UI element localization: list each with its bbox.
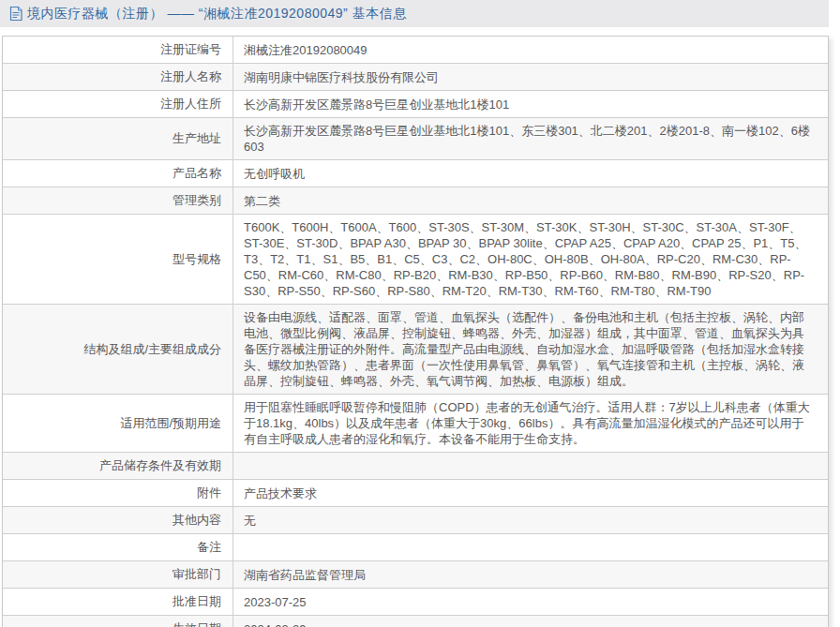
row-management-class: 管理类别 第二类 [3, 187, 828, 214]
field-label: 审批部门 [3, 561, 233, 588]
row-model-spec: 型号规格 T600K、T600H、T600A、T600、ST-30S、ST-30… [3, 214, 828, 304]
field-value: 长沙高新开发区麓景路8号巨星创业基地北1楼101、东三楼301、北二楼201、2… [233, 118, 828, 159]
field-value: 2023-07-25 [233, 589, 828, 615]
field-value: 设备由电源线、适配器、面罩、管道、血氧探头（选配件）、备份电池和主机（包括主控板… [233, 305, 828, 394]
field-label: 注册人名称 [3, 64, 233, 90]
field-label: 附件 [3, 480, 233, 506]
field-value: 湘械注准20192080049 [233, 37, 828, 63]
row-storage-conditions: 产品储存条件及有效期 [3, 452, 828, 479]
row-registration-number: 注册证编号 湘械注准20192080049 [3, 37, 828, 63]
row-approval-department: 审批部门 湖南省药品监督管理局 [3, 560, 828, 588]
field-value: 无 [233, 507, 828, 533]
row-production-address: 生产地址 长沙高新开发区麓景路8号巨星创业基地北1楼101、东三楼301、北二楼… [3, 117, 828, 159]
row-attachment: 附件 产品技术要求 [3, 479, 828, 506]
field-value [233, 453, 828, 479]
field-label: 其他内容 [3, 507, 233, 533]
field-label: 生效日期 [3, 616, 233, 627]
field-label: 产品储存条件及有效期 [3, 453, 233, 479]
field-value: 湖南明康中锦医疗科技股份有限公司 [233, 64, 828, 90]
header-bar: 境内医疗器械（注册） —— “湘械注准20192080049” 基本信息 [0, 0, 829, 27]
field-label: 生产地址 [3, 118, 233, 159]
field-value: T600K、T600H、T600A、T600、ST-30S、ST-30M、ST-… [233, 215, 828, 304]
field-value: 产品技术要求 [233, 480, 828, 506]
row-other-content: 其他内容 无 [3, 506, 828, 533]
row-registrant-address: 注册人住所 长沙高新开发区麓景路8号巨星创业基地北1楼101 [3, 90, 828, 117]
field-value: 2024-03-29 [233, 616, 828, 627]
row-intended-use: 适用范围/预期用途 用于阻塞性睡眠呼吸暂停和慢阻肺（COPD）患者的无创通气治疗… [3, 394, 828, 452]
document-icon [9, 7, 22, 21]
row-structure-composition: 结构及组成/主要组成成分 设备由电源线、适配器、面罩、管道、血氧探头（选配件）、… [3, 304, 828, 394]
field-label: 型号规格 [3, 215, 233, 304]
registration-info-table: 注册证编号 湘械注准20192080049 注册人名称 湖南明康中锦医疗科技股份… [2, 36, 829, 627]
row-product-name: 产品名称 无创呼吸机 [3, 159, 828, 187]
field-label: 产品名称 [3, 160, 233, 187]
page: 境内医疗器械（注册） —— “湘械注准20192080049” 基本信息 注册证… [0, 0, 840, 627]
field-value: 无创呼吸机 [233, 160, 828, 187]
row-effective-date: 生效日期 2024-03-29 [3, 615, 828, 627]
field-value: 长沙高新开发区麓景路8号巨星创业基地北1楼101 [233, 91, 828, 117]
field-label: 批准日期 [3, 589, 233, 615]
field-value: 湖南省药品监督管理局 [233, 561, 828, 588]
field-label: 管理类别 [3, 187, 233, 214]
field-label: 注册人住所 [3, 91, 233, 117]
field-label: 适用范围/预期用途 [3, 395, 233, 452]
row-approval-date: 批准日期 2023-07-25 [3, 588, 828, 615]
field-value: 第二类 [233, 187, 828, 214]
field-label: 备注 [3, 534, 233, 560]
row-registrant-name: 注册人名称 湖南明康中锦医疗科技股份有限公司 [3, 63, 828, 90]
field-label: 注册证编号 [3, 37, 233, 63]
page-title: 境内医疗器械（注册） —— “湘械注准20192080049” 基本信息 [27, 6, 407, 22]
field-value: 用于阻塞性睡眠呼吸暂停和慢阻肺（COPD）患者的无创通气治疗。适用人群：7岁以上… [233, 395, 828, 452]
row-remarks: 备注 [3, 533, 828, 560]
field-label: 结构及组成/主要组成成分 [3, 305, 233, 394]
field-value [233, 534, 828, 560]
